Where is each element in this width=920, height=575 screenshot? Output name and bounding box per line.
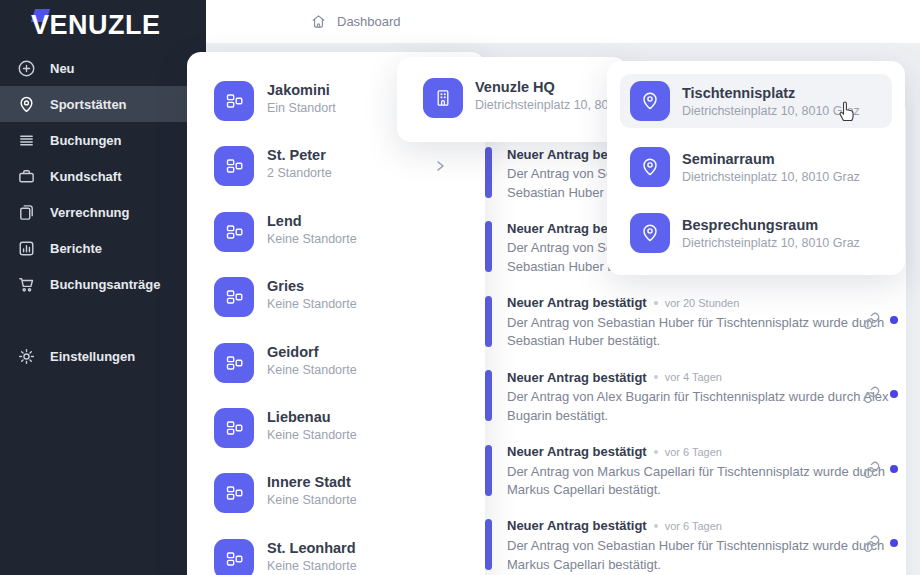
entry-timestamp: vor 6 Tagen: [665, 446, 722, 458]
sidebar-item-berichte[interactable]: Berichte: [0, 230, 206, 266]
breadcrumb[interactable]: Dashboard: [337, 14, 401, 29]
district-name: St. Leonhard: [267, 539, 357, 556]
entry-title: Neuer Antrag bestätigt: [507, 370, 647, 385]
district-item[interactable]: Lend Keine Standorte: [214, 212, 471, 252]
district-icon: [214, 81, 254, 121]
district-text: St. Leonhard Keine Standorte: [267, 539, 357, 575]
room-subtitle: Dietrichsteinplatz 10, 8010 Graz: [682, 170, 860, 184]
rooms-flyout-panel: Tischtennisplatz Dietrichsteinplatz 10, …: [607, 61, 905, 275]
entry-separator-dot: [654, 301, 658, 305]
entry-title: Neuer Antrag bestätigt: [507, 444, 647, 459]
sidebar-item-sportstaetten[interactable]: Sportstätten: [0, 86, 206, 122]
link-icon[interactable]: [863, 535, 880, 552]
room-subtitle: Dietrichsteinplatz 10, 8010 Graz: [682, 236, 860, 250]
district-icon: [214, 212, 254, 252]
district-subtitle: Keine Standorte: [267, 297, 357, 311]
venue-name: Venuzle HQ: [475, 78, 627, 95]
entry-body-line: Der Antrag von Sebastian Huber für Tisch…: [507, 314, 884, 333]
district-text: Jakomini Ein Standort: [267, 81, 336, 121]
entry-accent-bar: [485, 296, 492, 347]
district-item[interactable]: Gries Keine Standorte: [214, 277, 471, 317]
room-text: Seminarraum Dietrichsteinplatz 10, 8010 …: [682, 151, 860, 184]
sidebar-item-label: Verrechnung: [50, 205, 129, 220]
district-item[interactable]: St. Leonhard Keine Standorte: [214, 539, 471, 575]
feed-entry: Neuer Antrag bestätigt vor 6 Tagen Der A…: [485, 444, 906, 518]
district-name: Gries: [267, 277, 357, 294]
list-icon: [17, 131, 36, 150]
cart-icon: [17, 275, 36, 294]
location-pin-icon: [630, 213, 670, 253]
feed-entry: Neuer Antrag bestätigt vor 20 Stunden De…: [485, 295, 906, 369]
sidebar-nav: Neu Sportstätten Buchungen: [0, 50, 206, 302]
entry-body-line: Der Antrag von Markus Capellari für Tisc…: [507, 463, 885, 482]
bar-chart-icon: [17, 239, 36, 258]
entry-timestamp: vor 6 Tagen: [665, 520, 722, 532]
room-name: Seminarraum: [682, 151, 860, 167]
unread-dot[interactable]: [890, 465, 898, 473]
sidebar-item-label: Einstellungen: [50, 349, 135, 364]
district-text: Lend Keine Standorte: [267, 212, 357, 252]
room-name: Tischtennisplatz: [682, 85, 860, 101]
entry-body-line: Markus Capellari bestätigt.: [507, 556, 884, 575]
entry-accent-bar: [485, 445, 492, 496]
entry-accent-bar: [485, 519, 492, 570]
district-icon: [214, 343, 254, 383]
venue-item[interactable]: Venuzle HQ Dietrichsteinplatz 10, 8010 G…: [423, 78, 627, 118]
district-subtitle: Keine Standorte: [267, 363, 357, 377]
entry-body-line: Der Antrag von Alex Bugarin für Tischten…: [507, 388, 889, 407]
link-icon[interactable]: [863, 386, 880, 403]
home-icon[interactable]: [310, 13, 327, 30]
sidebar: VENUZLE Neu Sportstätten: [0, 0, 206, 575]
district-icon: [214, 539, 254, 575]
link-icon[interactable]: [863, 312, 880, 329]
district-text: Gries Keine Standorte: [267, 277, 357, 317]
sidebar-item-einstellungen[interactable]: Einstellungen: [0, 338, 206, 374]
sidebar-item-neu[interactable]: Neu: [0, 50, 206, 86]
venue-text: Venuzle HQ Dietrichsteinplatz 10, 8010 G…: [475, 78, 627, 118]
unread-dot[interactable]: [890, 390, 898, 398]
gear-icon: [17, 347, 36, 366]
unread-dot[interactable]: [890, 539, 898, 547]
sidebar-item-label: Sportstätten: [50, 97, 127, 112]
room-item[interactable]: Besprechungsraum Dietrichsteinplatz 10, …: [620, 206, 892, 260]
district-item[interactable]: Liebenau Keine Standorte: [214, 408, 471, 448]
entry-body-line: Sebastian Huber bestätigt.: [507, 332, 884, 351]
entry-accent-bar: [485, 147, 492, 198]
district-name: Innere Stadt: [267, 473, 357, 490]
sidebar-item-kundschaft[interactable]: Kundschaft: [0, 158, 206, 194]
entry-title: Neuer Antrag bestätigt: [507, 295, 647, 310]
district-icon: [214, 277, 254, 317]
sidebar-item-buchungen[interactable]: Buchungen: [0, 122, 206, 158]
building-icon: [423, 78, 463, 118]
district-subtitle: 2 Standorte: [267, 166, 332, 180]
entry-content: Neuer Antrag bestätigt vor 4 Tagen Der A…: [507, 369, 889, 425]
sidebar-item-label: Kundschaft: [50, 169, 122, 184]
link-icon[interactable]: [863, 461, 880, 478]
room-item[interactable]: Tischtennisplatz Dietrichsteinplatz 10, …: [620, 74, 892, 128]
sidebar-item-buchungsantraege[interactable]: Buchungsanträge: [0, 266, 206, 302]
sidebar-item-verrechnung[interactable]: Verrechnung: [0, 194, 206, 230]
feed-entry: Neuer Antrag bestätigt vor 4 Tagen Der A…: [485, 369, 906, 443]
chevron-right-icon[interactable]: [432, 158, 448, 174]
district-subtitle: Ein Standort: [267, 101, 336, 115]
entry-body-line: Der Antrag von Sebastian Huber für Tisch…: [507, 537, 884, 556]
district-subtitle: Keine Standorte: [267, 493, 357, 507]
district-item[interactable]: St. Peter 2 Standorte: [214, 146, 471, 186]
room-text: Besprechungsraum Dietrichsteinplatz 10, …: [682, 217, 860, 250]
district-text: Geidorf Keine Standorte: [267, 343, 357, 383]
entry-separator-dot: [654, 524, 658, 528]
district-name: Geidorf: [267, 343, 357, 360]
topbar: Dashboard: [206, 0, 920, 44]
district-subtitle: Keine Standorte: [267, 428, 357, 442]
sidebar-footer: Einstellungen: [0, 338, 206, 374]
room-item[interactable]: Seminarraum Dietrichsteinplatz 10, 8010 …: [620, 140, 892, 194]
district-subtitle: Keine Standorte: [267, 232, 357, 246]
map-pin-icon: [17, 95, 36, 114]
district-item[interactable]: Innere Stadt Keine Standorte: [214, 473, 471, 513]
district-icon: [214, 146, 254, 186]
unread-dot[interactable]: [890, 316, 898, 324]
sidebar-item-label: Berichte: [50, 241, 102, 256]
district-item[interactable]: Geidorf Keine Standorte: [214, 343, 471, 383]
room-name: Besprechungsraum: [682, 217, 860, 233]
district-subtitle: Keine Standorte: [267, 559, 357, 573]
